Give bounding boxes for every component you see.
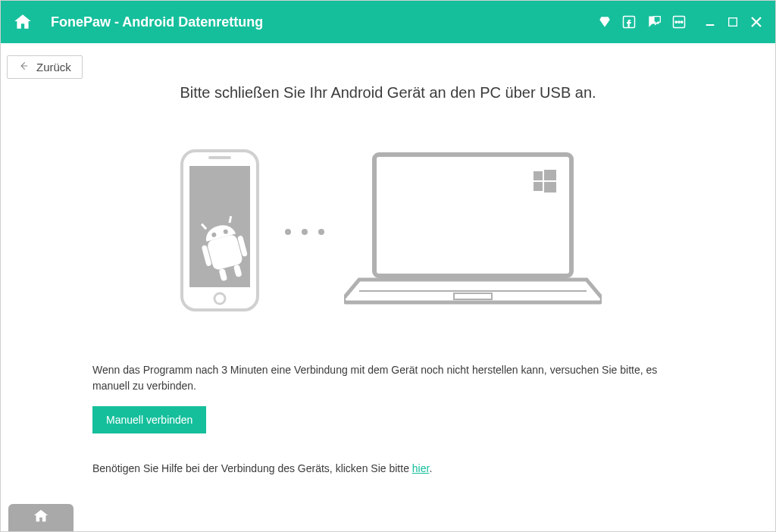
svg-rect-6: [729, 18, 737, 27]
titlebar-right-icons: [598, 14, 763, 30]
minimize-icon[interactable]: [704, 16, 716, 28]
back-button[interactable]: Zurück: [7, 55, 83, 79]
dot-icon: [318, 229, 324, 235]
titlebar: FonePaw - Android Datenrettung: [1, 1, 775, 43]
help-link[interactable]: hier: [412, 462, 430, 474]
help-suffix: .: [429, 462, 432, 474]
maximize-icon[interactable]: [727, 16, 739, 28]
svg-point-4: [681, 21, 683, 23]
svg-point-3: [678, 21, 680, 23]
instructions-block: Wenn das Programm nach 3 Minuten eine Ve…: [92, 362, 684, 477]
page-headline: Bitte schließen Sie Ihr Android Gerät an…: [31, 84, 745, 102]
laptop-illustration: [344, 147, 602, 317]
home-icon[interactable]: [13, 12, 33, 32]
diamond-icon[interactable]: [598, 15, 612, 29]
manual-connect-button[interactable]: Manuell verbinden: [92, 406, 206, 433]
help-prefix: Benötigen Sie Hilfe bei der Verbindung d…: [92, 462, 412, 474]
android-phone-illustration: [174, 147, 265, 317]
arrow-left-icon: [18, 61, 29, 74]
close-icon[interactable]: [749, 15, 763, 29]
footer-home-tab[interactable]: [8, 504, 74, 531]
app-title: FonePaw - Android Datenrettung: [51, 14, 598, 30]
dot-icon: [285, 229, 291, 235]
svg-rect-12: [208, 156, 231, 159]
svg-rect-25: [544, 170, 556, 180]
svg-rect-24: [534, 171, 543, 180]
svg-rect-29: [454, 293, 492, 299]
dot-icon: [302, 229, 308, 235]
back-label: Zurück: [36, 61, 71, 74]
help-line: Benötigen Sie Hilfe bei der Verbindung d…: [92, 461, 684, 477]
svg-rect-27: [544, 182, 556, 192]
main-content: Bitte schließen Sie Ihr Android Gerät an…: [1, 77, 775, 501]
more-icon[interactable]: [672, 15, 686, 29]
svg-rect-26: [534, 182, 543, 191]
svg-point-11: [214, 293, 225, 304]
connection-dots: [285, 229, 324, 235]
facebook-icon[interactable]: [622, 15, 636, 29]
home-icon: [33, 508, 49, 527]
connection-illustration: [31, 147, 745, 317]
feedback-icon[interactable]: [646, 14, 662, 30]
instruction-text: Wenn das Programm nach 3 Minuten eine Ve…: [92, 362, 684, 394]
svg-point-2: [675, 21, 677, 23]
